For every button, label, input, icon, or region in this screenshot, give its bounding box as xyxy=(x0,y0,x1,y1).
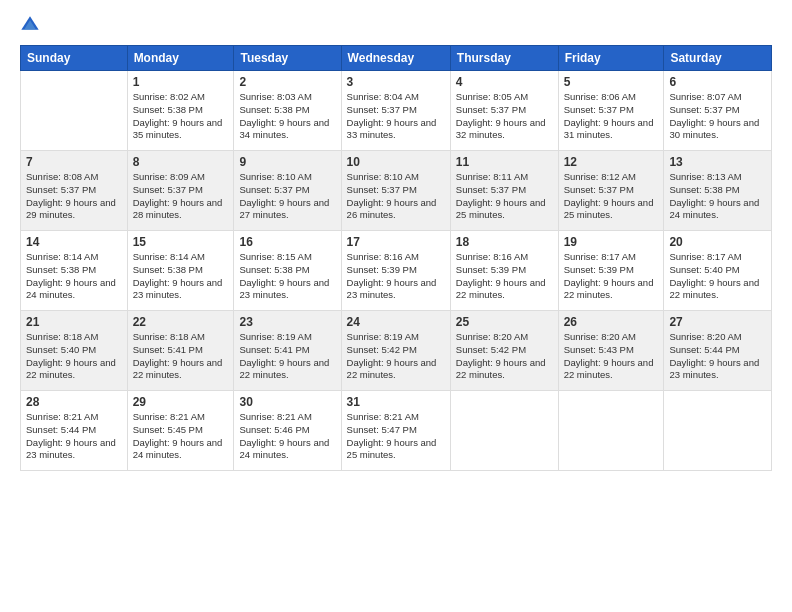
day-info: Sunrise: 8:18 AM Sunset: 5:40 PM Dayligh… xyxy=(26,331,122,382)
calendar-day-cell: 16 Sunrise: 8:15 AM Sunset: 5:38 PM Dayl… xyxy=(234,231,341,311)
sunset: Sunset: 5:41 PM xyxy=(239,344,309,355)
sunrise: Sunrise: 8:18 AM xyxy=(133,331,205,342)
daylight: Daylight: 9 hours and 35 minutes. xyxy=(133,117,223,141)
calendar-header-cell: Thursday xyxy=(450,46,558,71)
sunset: Sunset: 5:38 PM xyxy=(669,184,739,195)
sunrise: Sunrise: 8:19 AM xyxy=(347,331,419,342)
calendar-week-row: 1 Sunrise: 8:02 AM Sunset: 5:38 PM Dayli… xyxy=(21,71,772,151)
calendar-day-cell: 12 Sunrise: 8:12 AM Sunset: 5:37 PM Dayl… xyxy=(558,151,664,231)
sunset: Sunset: 5:43 PM xyxy=(564,344,634,355)
calendar-day-cell: 21 Sunrise: 8:18 AM Sunset: 5:40 PM Dayl… xyxy=(21,311,128,391)
day-info: Sunrise: 8:09 AM Sunset: 5:37 PM Dayligh… xyxy=(133,171,229,222)
day-info: Sunrise: 8:13 AM Sunset: 5:38 PM Dayligh… xyxy=(669,171,766,222)
sunrise: Sunrise: 8:21 AM xyxy=(239,411,311,422)
day-info: Sunrise: 8:10 AM Sunset: 5:37 PM Dayligh… xyxy=(239,171,335,222)
daylight: Daylight: 9 hours and 25 minutes. xyxy=(347,437,437,461)
sunset: Sunset: 5:40 PM xyxy=(26,344,96,355)
sunset: Sunset: 5:38 PM xyxy=(239,264,309,275)
day-info: Sunrise: 8:11 AM Sunset: 5:37 PM Dayligh… xyxy=(456,171,553,222)
calendar-table: SundayMondayTuesdayWednesdayThursdayFrid… xyxy=(20,45,772,471)
day-number: 21 xyxy=(26,315,122,329)
daylight: Daylight: 9 hours and 28 minutes. xyxy=(133,197,223,221)
daylight: Daylight: 9 hours and 23 minutes. xyxy=(669,357,759,381)
sunrise: Sunrise: 8:20 AM xyxy=(669,331,741,342)
day-number: 19 xyxy=(564,235,659,249)
day-info: Sunrise: 8:20 AM Sunset: 5:44 PM Dayligh… xyxy=(669,331,766,382)
calendar-day-cell: 18 Sunrise: 8:16 AM Sunset: 5:39 PM Dayl… xyxy=(450,231,558,311)
daylight: Daylight: 9 hours and 24 minutes. xyxy=(26,277,116,301)
sunset: Sunset: 5:37 PM xyxy=(347,104,417,115)
day-info: Sunrise: 8:17 AM Sunset: 5:39 PM Dayligh… xyxy=(564,251,659,302)
sunrise: Sunrise: 8:10 AM xyxy=(239,171,311,182)
calendar-day-cell: 26 Sunrise: 8:20 AM Sunset: 5:43 PM Dayl… xyxy=(558,311,664,391)
sunrise: Sunrise: 8:11 AM xyxy=(456,171,528,182)
calendar-week-row: 14 Sunrise: 8:14 AM Sunset: 5:38 PM Dayl… xyxy=(21,231,772,311)
calendar-day-cell xyxy=(21,71,128,151)
calendar-day-cell: 3 Sunrise: 8:04 AM Sunset: 5:37 PM Dayli… xyxy=(341,71,450,151)
calendar-header-cell: Sunday xyxy=(21,46,128,71)
sunrise: Sunrise: 8:17 AM xyxy=(564,251,636,262)
calendar-page: SundayMondayTuesdayWednesdayThursdayFrid… xyxy=(0,0,792,612)
day-number: 23 xyxy=(239,315,335,329)
calendar-day-cell: 4 Sunrise: 8:05 AM Sunset: 5:37 PM Dayli… xyxy=(450,71,558,151)
day-number: 26 xyxy=(564,315,659,329)
sunset: Sunset: 5:39 PM xyxy=(564,264,634,275)
daylight: Daylight: 9 hours and 22 minutes. xyxy=(456,277,546,301)
daylight: Daylight: 9 hours and 27 minutes. xyxy=(239,197,329,221)
calendar-day-cell: 11 Sunrise: 8:11 AM Sunset: 5:37 PM Dayl… xyxy=(450,151,558,231)
calendar-day-cell xyxy=(558,391,664,471)
calendar-day-cell: 7 Sunrise: 8:08 AM Sunset: 5:37 PM Dayli… xyxy=(21,151,128,231)
sunrise: Sunrise: 8:17 AM xyxy=(669,251,741,262)
sunrise: Sunrise: 8:21 AM xyxy=(347,411,419,422)
daylight: Daylight: 9 hours and 24 minutes. xyxy=(239,437,329,461)
day-number: 7 xyxy=(26,155,122,169)
calendar-day-cell: 19 Sunrise: 8:17 AM Sunset: 5:39 PM Dayl… xyxy=(558,231,664,311)
calendar-body: 1 Sunrise: 8:02 AM Sunset: 5:38 PM Dayli… xyxy=(21,71,772,471)
sunset: Sunset: 5:37 PM xyxy=(133,184,203,195)
sunset: Sunset: 5:37 PM xyxy=(456,104,526,115)
day-number: 29 xyxy=(133,395,229,409)
day-info: Sunrise: 8:05 AM Sunset: 5:37 PM Dayligh… xyxy=(456,91,553,142)
day-number: 30 xyxy=(239,395,335,409)
day-number: 16 xyxy=(239,235,335,249)
sunset: Sunset: 5:37 PM xyxy=(669,104,739,115)
calendar-day-cell: 6 Sunrise: 8:07 AM Sunset: 5:37 PM Dayli… xyxy=(664,71,772,151)
calendar-day-cell: 27 Sunrise: 8:20 AM Sunset: 5:44 PM Dayl… xyxy=(664,311,772,391)
sunset: Sunset: 5:44 PM xyxy=(669,344,739,355)
daylight: Daylight: 9 hours and 22 minutes. xyxy=(133,357,223,381)
calendar-day-cell: 28 Sunrise: 8:21 AM Sunset: 5:44 PM Dayl… xyxy=(21,391,128,471)
calendar-day-cell xyxy=(664,391,772,471)
day-info: Sunrise: 8:20 AM Sunset: 5:43 PM Dayligh… xyxy=(564,331,659,382)
daylight: Daylight: 9 hours and 24 minutes. xyxy=(669,197,759,221)
daylight: Daylight: 9 hours and 23 minutes. xyxy=(133,277,223,301)
sunset: Sunset: 5:37 PM xyxy=(26,184,96,195)
sunset: Sunset: 5:38 PM xyxy=(26,264,96,275)
calendar-day-cell: 20 Sunrise: 8:17 AM Sunset: 5:40 PM Dayl… xyxy=(664,231,772,311)
sunset: Sunset: 5:44 PM xyxy=(26,424,96,435)
daylight: Daylight: 9 hours and 22 minutes. xyxy=(26,357,116,381)
day-number: 15 xyxy=(133,235,229,249)
header xyxy=(20,15,772,35)
sunrise: Sunrise: 8:20 AM xyxy=(456,331,528,342)
day-number: 13 xyxy=(669,155,766,169)
day-info: Sunrise: 8:12 AM Sunset: 5:37 PM Dayligh… xyxy=(564,171,659,222)
calendar-day-cell xyxy=(450,391,558,471)
calendar-day-cell: 1 Sunrise: 8:02 AM Sunset: 5:38 PM Dayli… xyxy=(127,71,234,151)
daylight: Daylight: 9 hours and 25 minutes. xyxy=(456,197,546,221)
day-info: Sunrise: 8:17 AM Sunset: 5:40 PM Dayligh… xyxy=(669,251,766,302)
sunset: Sunset: 5:37 PM xyxy=(456,184,526,195)
sunset: Sunset: 5:45 PM xyxy=(133,424,203,435)
calendar-week-row: 28 Sunrise: 8:21 AM Sunset: 5:44 PM Dayl… xyxy=(21,391,772,471)
sunset: Sunset: 5:37 PM xyxy=(347,184,417,195)
day-info: Sunrise: 8:10 AM Sunset: 5:37 PM Dayligh… xyxy=(347,171,445,222)
day-info: Sunrise: 8:06 AM Sunset: 5:37 PM Dayligh… xyxy=(564,91,659,142)
calendar-header-cell: Tuesday xyxy=(234,46,341,71)
daylight: Daylight: 9 hours and 30 minutes. xyxy=(669,117,759,141)
day-number: 22 xyxy=(133,315,229,329)
daylight: Daylight: 9 hours and 33 minutes. xyxy=(347,117,437,141)
sunset: Sunset: 5:40 PM xyxy=(669,264,739,275)
calendar-week-row: 7 Sunrise: 8:08 AM Sunset: 5:37 PM Dayli… xyxy=(21,151,772,231)
day-info: Sunrise: 8:14 AM Sunset: 5:38 PM Dayligh… xyxy=(133,251,229,302)
day-number: 18 xyxy=(456,235,553,249)
calendar-header-cell: Wednesday xyxy=(341,46,450,71)
